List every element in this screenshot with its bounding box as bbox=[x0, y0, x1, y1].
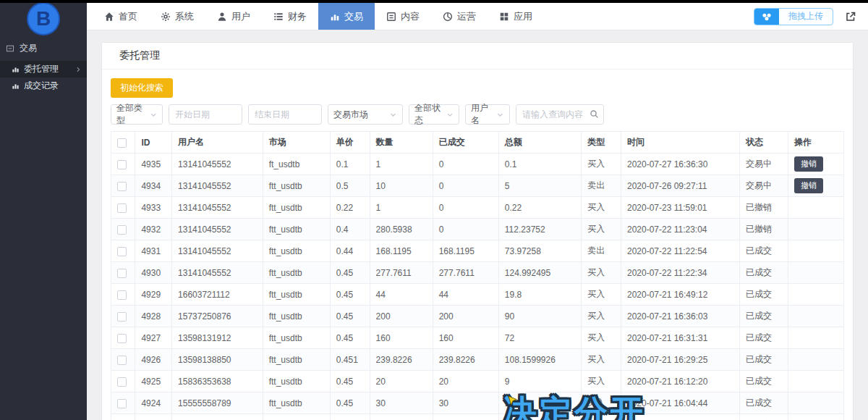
cell-price: 0.45 bbox=[330, 392, 370, 414]
table-row: 492415555558789ftt_usdtb0.45303013.5买入20… bbox=[111, 392, 844, 414]
entrust-card: 委托管理 初始化搜索 全部类型 交易市场 全部状态 用 bbox=[101, 42, 854, 420]
cell-price: 0.45 bbox=[330, 306, 370, 327]
brand-logo: B bbox=[0, 0, 87, 36]
cell-total: 73.97258 bbox=[498, 240, 581, 262]
row-checkbox[interactable] bbox=[117, 247, 127, 256]
nav-item-gear[interactable]: 系统 bbox=[149, 3, 205, 30]
sidebar-item-deal-records[interactable]: 成交记录 bbox=[0, 77, 87, 94]
brand-logo-letter: B bbox=[27, 2, 60, 35]
row-checkbox[interactable] bbox=[117, 377, 127, 387]
status-select[interactable]: 全部状态 bbox=[409, 104, 459, 125]
select-all-cell bbox=[111, 132, 135, 154]
chevron-down-icon bbox=[446, 111, 454, 119]
nav-item-home[interactable]: 首页 bbox=[93, 3, 149, 30]
nav-item-user[interactable]: 用户 bbox=[205, 3, 262, 30]
cell-filled: 24.45 bbox=[433, 414, 498, 420]
nav-item-grid[interactable]: 应用 bbox=[488, 3, 544, 30]
cell-amount: 280.5938 bbox=[370, 219, 433, 240]
nav-item-globe[interactable]: 运营 bbox=[431, 3, 488, 30]
cell-actions bbox=[788, 349, 843, 371]
bar-chart-icon bbox=[12, 82, 20, 90]
cancel-order-button[interactable]: 撤销 bbox=[794, 156, 823, 172]
entrust-table: ID用户名市场单价数量已成交总额类型时间状态操作 493513141045552… bbox=[111, 131, 844, 420]
sidebar-item-label: 成交记录 bbox=[24, 80, 59, 92]
table-row: 493513141045552ft_usdtb0.1100.1买入2020-07… bbox=[111, 154, 844, 175]
cell-status: 已成交 bbox=[740, 349, 788, 371]
cell-market: ftt_usdtb bbox=[263, 197, 330, 219]
nav-item-chart[interactable]: 交易 bbox=[318, 3, 375, 30]
row-checkbox[interactable] bbox=[117, 399, 127, 408]
sidebar: B 交易 委托管理 成交记录 bbox=[0, 0, 87, 420]
cell-amount: 1 bbox=[370, 197, 433, 219]
select-all-checkbox[interactable] bbox=[117, 138, 127, 148]
video-subtitle-text: 决定分开 bbox=[503, 394, 645, 420]
row-checkbox[interactable] bbox=[117, 160, 127, 169]
cell-user: 13141045552 bbox=[172, 154, 263, 175]
cell-filled: 44 bbox=[433, 284, 498, 306]
cell-type: 卖出 bbox=[582, 240, 621, 262]
cell-user: 13141045552 bbox=[172, 240, 263, 262]
cell-user: 16603721112 bbox=[172, 284, 263, 306]
type-select[interactable]: 全部类型 bbox=[111, 104, 163, 125]
row-checkbox[interactable] bbox=[117, 334, 127, 343]
cell-time: 2020-07-23 11:59:01 bbox=[621, 197, 739, 219]
nav-item-list[interactable]: 财务 bbox=[262, 3, 318, 30]
cell-price: 0.45 bbox=[330, 371, 370, 392]
cell-price: 0.45 bbox=[330, 284, 370, 306]
row-checkbox[interactable] bbox=[117, 225, 127, 235]
nav-item-content[interactable]: 内容 bbox=[375, 3, 431, 30]
cell-amount: 160 bbox=[370, 327, 433, 349]
cell-market: ftt_usdtb bbox=[263, 240, 330, 262]
row-select-cell bbox=[111, 262, 135, 284]
row-select-cell bbox=[111, 349, 135, 371]
row-select-cell bbox=[111, 175, 135, 197]
page-title: 委托管理 bbox=[102, 43, 853, 70]
cell-status: 已撤销 bbox=[740, 197, 788, 219]
sidebar-section-label: 交易 bbox=[20, 42, 37, 54]
user-field-select[interactable]: 用户名 bbox=[465, 104, 510, 125]
cell-price: 0.4 bbox=[330, 219, 370, 240]
cell-user: 13141045552 bbox=[172, 197, 263, 219]
cell-total: 19.8 bbox=[498, 284, 581, 306]
export-icon[interactable] bbox=[845, 11, 856, 22]
row-checkbox[interactable] bbox=[117, 290, 127, 300]
cell-actions bbox=[788, 197, 843, 219]
row-checkbox[interactable] bbox=[117, 269, 127, 278]
cell-amount: 200 bbox=[370, 306, 433, 327]
cell-type: 买入 bbox=[582, 327, 621, 349]
cell-market: ftt_usdtb bbox=[263, 306, 330, 327]
mouse-cursor-icon bbox=[508, 395, 519, 406]
cell-actions bbox=[788, 219, 843, 240]
cell-filled: 160 bbox=[433, 327, 498, 349]
cell-filled: 0 bbox=[433, 197, 498, 219]
cell-filled: 0 bbox=[433, 219, 498, 240]
start-date-input[interactable] bbox=[169, 104, 242, 125]
end-date-input[interactable] bbox=[248, 104, 322, 125]
row-select-cell bbox=[111, 306, 135, 327]
cell-status: 已成交 bbox=[740, 327, 788, 349]
row-checkbox[interactable] bbox=[117, 312, 127, 322]
row-checkbox[interactable] bbox=[117, 182, 127, 191]
cancel-order-button[interactable]: 撤销 bbox=[794, 178, 823, 193]
market-select[interactable]: 交易市场 bbox=[328, 104, 403, 125]
sidebar-section-trade[interactable]: 交易 bbox=[0, 36, 87, 61]
sidebar-item-entrust-management[interactable]: 委托管理 bbox=[0, 61, 87, 77]
cloud-disk-icon bbox=[754, 9, 779, 25]
column-header: 操作 bbox=[788, 132, 843, 154]
row-select-cell bbox=[111, 371, 135, 392]
init-search-button[interactable]: 初始化搜索 bbox=[111, 78, 173, 98]
row-checkbox[interactable] bbox=[117, 356, 127, 365]
cell-amount: 20 bbox=[370, 371, 433, 392]
column-header: 单价 bbox=[330, 132, 370, 154]
cell-filled: 30 bbox=[433, 392, 498, 414]
nav-item-label: 应用 bbox=[514, 10, 532, 23]
cell-user: 13141045552 bbox=[172, 219, 263, 240]
drag-upload-button[interactable]: 拖拽上传 bbox=[754, 8, 833, 25]
search-icon[interactable] bbox=[590, 109, 599, 119]
cell-status: 已成交 bbox=[740, 414, 788, 420]
row-checkbox[interactable] bbox=[117, 203, 127, 213]
cell-total: 0.22 bbox=[498, 197, 581, 219]
bar-chart-icon bbox=[12, 65, 20, 73]
cell-type: 卖出 bbox=[582, 175, 621, 197]
cell-filled: 200 bbox=[433, 306, 498, 327]
